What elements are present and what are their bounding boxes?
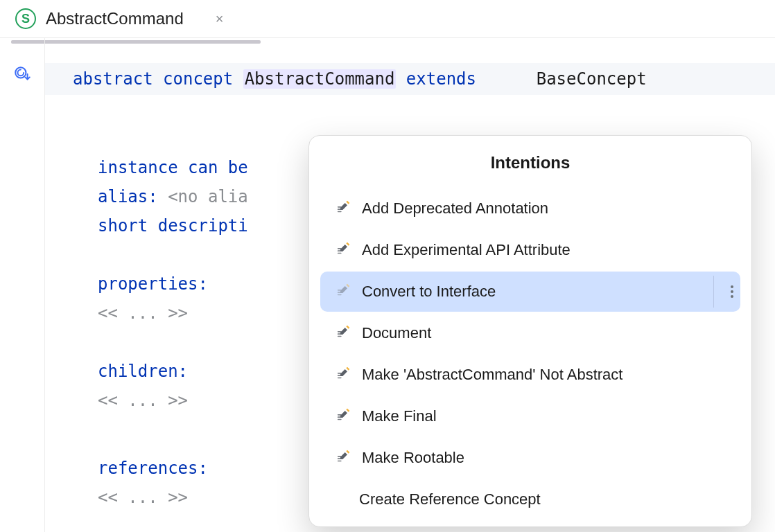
pencil-icon (337, 360, 351, 389)
override-icon[interactable] (13, 64, 31, 87)
intention-label: Make 'AbstractCommand' Not Abstract (362, 360, 622, 389)
intention-item[interactable]: Convert to Interface (320, 272, 740, 312)
tab-title: AbstractCommand (46, 9, 184, 28)
concept-signature[interactable]: abstract concept AbstractCommand extends… (45, 63, 775, 95)
pencil-icon (337, 194, 351, 223)
extends-keyword: extends (406, 69, 476, 89)
editor-content[interactable]: abstract concept AbstractCommand extends… (45, 38, 775, 532)
intention-item[interactable]: Create Reference Concept (320, 479, 740, 520)
close-icon[interactable]: × (216, 12, 224, 26)
pencil-icon (337, 277, 351, 306)
intention-item[interactable]: Add Experimental API Attribute (320, 230, 740, 270)
concept-keyword: concept (163, 69, 233, 89)
pencil-icon (337, 402, 351, 431)
concept-name[interactable]: AbstractCommand (243, 69, 397, 89)
editor-tab[interactable]: S AbstractCommand × (15, 0, 223, 37)
pencil-icon (337, 443, 351, 472)
abstract-keyword: abstract (73, 69, 153, 89)
intention-label: Create Reference Concept (359, 485, 541, 514)
intention-label: Document (362, 319, 431, 348)
intention-item[interactable]: Document (320, 313, 740, 353)
intention-item[interactable]: Make 'AbstractCommand' Not Abstract (320, 355, 740, 395)
separator (713, 276, 714, 308)
editor-gutter (0, 38, 45, 532)
intention-item[interactable]: Make Final (320, 396, 740, 436)
popup-title: Intentions (309, 136, 751, 187)
intention-item[interactable]: Make Rootable (320, 438, 740, 478)
intention-label: Add Experimental API Attribute (362, 236, 571, 265)
tab-bar: S AbstractCommand × (0, 0, 775, 38)
more-icon[interactable] (731, 283, 733, 300)
intention-label: Make Rootable (362, 443, 464, 472)
intention-label: Convert to Interface (362, 277, 496, 306)
intention-label: Make Final (362, 402, 437, 431)
intention-label: Add Deprecated Annotation (362, 194, 548, 223)
intention-item[interactable]: Add Deprecated Annotation (320, 188, 740, 229)
pencil-icon (337, 319, 351, 348)
pencil-icon (337, 236, 351, 265)
structure-icon: S (15, 8, 36, 29)
intentions-popup: Intentions Add Deprecated Annotation Add… (308, 135, 752, 527)
base-concept-name[interactable]: BaseConcept (537, 69, 647, 89)
